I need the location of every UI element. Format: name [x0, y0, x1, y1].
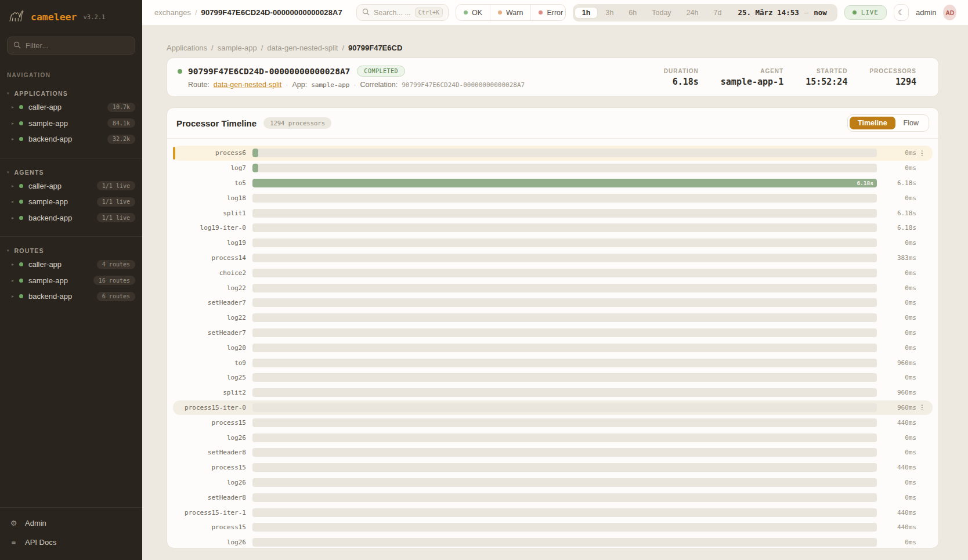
time-display-end: now — [814, 8, 827, 17]
time-range-6h[interactable]: 6h — [621, 7, 644, 19]
sidebar-item-badge: 6 routes — [97, 292, 135, 301]
timeline-row[interactable]: setHeader80ms⋮ — [173, 490, 933, 505]
page-breadcrumb-item[interactable]: Applications — [167, 44, 207, 52]
search-icon — [13, 41, 21, 51]
duration-track — [252, 538, 877, 547]
time-display[interactable]: 25. März 14:53—now — [729, 8, 835, 17]
duration-value: 0ms — [884, 479, 916, 486]
timeline-row[interactable]: process14383ms⋮ — [173, 251, 933, 266]
status-dot-icon — [178, 69, 182, 74]
timeline-row[interactable]: process15-iter-1440ms⋮ — [173, 505, 933, 520]
theme-toggle-button[interactable]: ☾ — [894, 4, 909, 21]
timeline-row[interactable]: log19-iter-06.18s⋮ — [173, 221, 933, 236]
breadcrumb-current-id: 90799F47E6CD24D-00000000000028A7 — [201, 8, 342, 17]
app-root: cameleer v3.2.1 NAVIGATION ▾APPLICATIONS… — [0, 0, 968, 560]
sidebar-item-backend-app[interactable]: ▸backend-app6 routes — [0, 288, 142, 305]
duration-track — [252, 328, 877, 337]
sidebar-item-caller-app[interactable]: ▸caller-app10.7k — [0, 99, 142, 115]
timeline-row[interactable]: process15440ms⋮ — [173, 415, 933, 430]
timeline-row[interactable]: to56.18s6.18s⋮ — [173, 176, 933, 191]
correlation-value: 90799F47E6CD24D-00000000000028A7 — [402, 81, 525, 89]
duration-value: 0ms — [884, 494, 916, 501]
duration-track — [252, 388, 877, 397]
time-range-24h[interactable]: 24h — [679, 7, 706, 19]
timeline-row[interactable]: to9960ms⋮ — [173, 355, 933, 370]
live-toggle[interactable]: LIVE — [844, 5, 887, 20]
processor-count-badge: 1294 processors — [263, 117, 331, 129]
sidebar-filter[interactable] — [7, 37, 135, 55]
time-range-7d[interactable]: 7d — [706, 7, 729, 19]
page-breadcrumb-item[interactable]: sample-app — [218, 44, 257, 52]
status-dot-icon — [19, 184, 23, 188]
processor-name: log22 — [178, 284, 246, 292]
meta-separator: · — [286, 81, 288, 89]
sidebar: cameleer v3.2.1 NAVIGATION ▾APPLICATIONS… — [0, 0, 142, 560]
sidebar-group-header[interactable]: ▾APPLICATIONS — [0, 88, 142, 99]
timeline-row[interactable]: process15440ms⋮ — [173, 520, 933, 535]
filter-input[interactable] — [26, 41, 129, 50]
timeline-row[interactable]: log220ms⋮ — [173, 310, 933, 326]
exchange-summary-card: 90799F47E6CD24D-00000000000028A7 COMPLET… — [167, 57, 939, 97]
timeline-row[interactable]: log200ms⋮ — [173, 340, 933, 355]
view-tab-flow[interactable]: Flow — [895, 117, 927, 129]
timeline-row[interactable]: log180ms⋮ — [173, 190, 933, 205]
sidebar-group-header[interactable]: ▾ROUTES — [0, 245, 142, 256]
status-filter-ok[interactable]: OK — [456, 5, 490, 20]
duration-track — [252, 463, 877, 472]
sidebar-nav: ▾APPLICATIONS▸caller-app10.7k▸sample-app… — [0, 78, 142, 305]
logo-row[interactable]: cameleer v3.2.1 — [0, 0, 142, 32]
sidebar-item-badge: 10.7k — [107, 103, 135, 112]
timeline-row[interactable]: setHeader70ms⋮ — [173, 295, 933, 310]
sidebar-item-sample-app[interactable]: ▸sample-app1/1 live — [0, 194, 142, 210]
timeline-row[interactable]: log220ms⋮ — [173, 280, 933, 295]
duration-value: 0ms — [884, 164, 916, 172]
time-range-1h[interactable]: 1h — [575, 7, 598, 19]
global-search[interactable]: Search... ... Ctrl+K — [356, 4, 449, 21]
status-dot-icon — [19, 121, 23, 125]
time-range-today[interactable]: Today — [644, 7, 678, 19]
docs-icon: ≡ — [9, 538, 18, 547]
timeline-row[interactable]: log260ms⋮ — [173, 475, 933, 490]
sidebar-item-sample-app[interactable]: ▸sample-app16 routes — [0, 273, 142, 289]
timeline-row[interactable]: process60ms⋮ — [173, 146, 933, 161]
timeline-row[interactable]: log190ms⋮ — [173, 236, 933, 251]
kebab-menu-icon[interactable]: ⋮ — [916, 149, 928, 157]
timeline-row[interactable]: setHeader70ms⋮ — [173, 326, 933, 341]
exchange-info: 90799F47E6CD24D-00000000000028A7 COMPLET… — [178, 66, 525, 89]
sidebar-footer-api-docs[interactable]: ≡API Docs — [0, 533, 142, 552]
duration-value: 6.18s — [884, 209, 916, 217]
status-filter-warn[interactable]: Warn — [490, 5, 530, 20]
sidebar-item-backend-app[interactable]: ▸backend-app32.2k — [0, 131, 142, 147]
sidebar-footer-admin[interactable]: ⚙Admin — [0, 514, 142, 533]
breadcrumb-section[interactable]: exchanges — [154, 8, 191, 17]
sidebar-item-badge: 32.2k — [107, 135, 135, 144]
kebab-menu-icon[interactable]: ⋮ — [916, 403, 928, 411]
app-value: sample-app — [311, 81, 349, 89]
page-breadcrumb-item[interactable]: data-gen-nested-split — [267, 44, 338, 52]
timeline-row[interactable]: log70ms⋮ — [173, 161, 933, 176]
timeline-row[interactable]: log260ms⋮ — [173, 430, 933, 445]
timeline-row[interactable]: process15-iter-0960ms⋮ — [173, 400, 933, 416]
route-link[interactable]: data-gen-nested-split — [214, 81, 281, 89]
timeline-row[interactable]: setHeader80ms⋮ — [173, 445, 933, 460]
timeline-row[interactable]: choice20ms⋮ — [173, 265, 933, 280]
timeline-row[interactable]: split2960ms⋮ — [173, 385, 933, 400]
sidebar-item-caller-app[interactable]: ▸caller-app4 routes — [0, 256, 142, 273]
sidebar-item-backend-app[interactable]: ▸backend-app1/1 live — [0, 210, 142, 226]
timeline-row[interactable]: log250ms⋮ — [173, 370, 933, 385]
timeline-row[interactable]: split16.18s⋮ — [173, 205, 933, 221]
chevron-right-icon: ▸ — [12, 215, 19, 221]
duration-bar — [252, 164, 258, 172]
avatar[interactable]: AD — [943, 5, 956, 20]
timeline-row[interactable]: log260ms⋮ — [173, 535, 933, 550]
sidebar-item-sample-app[interactable]: ▸sample-app84.1k — [0, 115, 142, 132]
view-tab-timeline[interactable]: Timeline — [850, 117, 895, 129]
sidebar-item-caller-app[interactable]: ▸caller-app1/1 live — [0, 178, 142, 194]
stat-value: 1294 — [869, 77, 916, 87]
user-name[interactable]: admin — [916, 8, 936, 17]
sidebar-group-header[interactable]: ▾AGENTS — [0, 167, 142, 178]
timeline-row[interactable]: process15440ms⋮ — [173, 460, 933, 475]
status-filter-error[interactable]: Error — [530, 5, 565, 20]
gear-icon: ⚙ — [9, 519, 18, 528]
time-range-3h[interactable]: 3h — [598, 7, 621, 19]
